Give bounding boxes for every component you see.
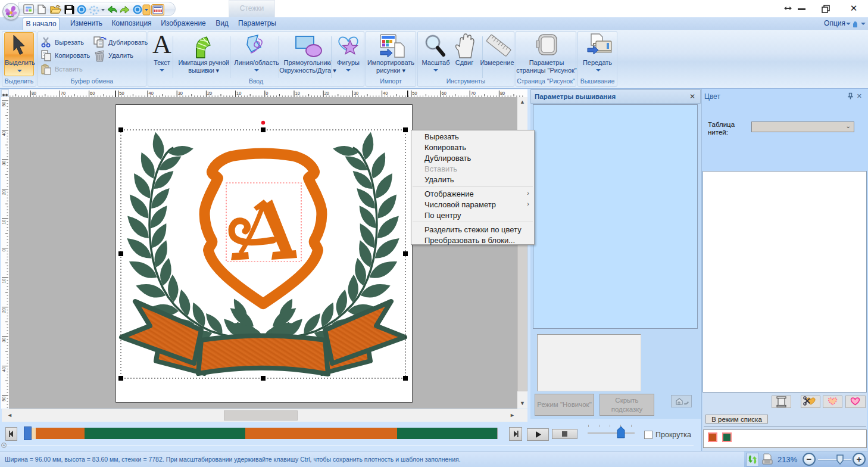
svg-text:80: 80	[32, 91, 36, 96]
svg-text:50: 50	[119, 91, 124, 96]
svg-text:50: 50	[1, 397, 7, 401]
svg-text:30: 30	[1, 338, 7, 343]
svg-text:40: 40	[1, 131, 7, 136]
svg-text:70: 70	[471, 91, 476, 96]
svg-text:50: 50	[1, 102, 7, 107]
svg-text:40: 40	[149, 91, 154, 96]
svg-text:0: 0	[266, 91, 268, 96]
svg-text:10: 10	[1, 220, 7, 225]
svg-text:10: 10	[295, 91, 300, 96]
svg-text:0: 0	[1, 249, 7, 251]
svg-text:20: 20	[1, 190, 7, 195]
svg-text:70: 70	[61, 91, 65, 96]
svg-text:20: 20	[324, 91, 329, 96]
svg-text:10: 10	[236, 91, 241, 96]
svg-text:30: 30	[178, 91, 183, 96]
svg-text:10: 10	[1, 279, 7, 284]
svg-text:30: 30	[1, 161, 7, 166]
svg-text:60: 60	[90, 91, 95, 96]
svg-text:60: 60	[442, 91, 447, 96]
svg-text:50: 50	[412, 91, 417, 96]
svg-text:40: 40	[383, 91, 388, 96]
svg-text:80: 80	[500, 91, 505, 96]
svg-text:20: 20	[1, 308, 7, 313]
svg-text:20: 20	[207, 91, 212, 96]
svg-text:40: 40	[1, 367, 7, 372]
svg-text:30: 30	[354, 91, 358, 96]
